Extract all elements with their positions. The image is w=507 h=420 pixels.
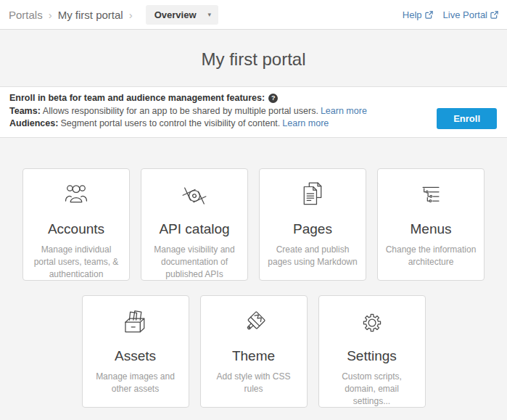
beta-banner: Enroll in beta for team and audience man…: [0, 86, 507, 138]
card-title: Assets: [115, 348, 156, 364]
beta-banner-heading: Enroll in beta for team and audience man…: [9, 92, 367, 105]
archive-box-icon: [118, 305, 154, 341]
breadcrumb: Portals › My first portal › Overview ▾: [9, 5, 218, 25]
card-title: Accounts: [48, 221, 104, 237]
card-api-catalog[interactable]: API catalog Manage visibility and docume…: [141, 168, 248, 281]
live-portal-link[interactable]: Live Portal: [443, 9, 498, 20]
audiences-text: Segment portal users to control the visi…: [60, 118, 280, 128]
card-description: Add style with CSS rules: [201, 371, 307, 395]
beta-banner-text: Enroll in beta for team and audience man…: [9, 92, 367, 131]
view-selector-value: Overview: [154, 9, 197, 20]
card-description: Create and publish pages using Markdown: [260, 244, 366, 268]
card-assets[interactable]: Assets Manage images and other assets: [82, 295, 189, 408]
breadcrumb-portal-name[interactable]: My first portal: [58, 9, 123, 21]
breadcrumb-chevron-icon: ›: [43, 9, 58, 21]
audiences-learn-more-link[interactable]: Learn more: [282, 118, 329, 128]
card-description: Change the information architecture: [378, 244, 484, 268]
card-settings[interactable]: Settings Custom scripts, domain, email s…: [318, 295, 426, 408]
paint-brush-icon: [236, 305, 272, 341]
live-portal-link-label: Live Portal: [443, 9, 487, 20]
external-link-icon: [425, 11, 433, 19]
help-link-label: Help: [403, 9, 422, 20]
card-description: Custom scripts, domain, email settings..…: [319, 371, 425, 408]
breadcrumb-portals-link[interactable]: Portals: [9, 9, 43, 21]
beta-banner-line-audiences: Audiences:Segment portal users to contro…: [9, 118, 367, 131]
page-title: My first portal: [0, 30, 507, 70]
cards-row-2: Assets Manage images and other assets Th…: [0, 295, 507, 408]
card-title: Menus: [410, 221, 451, 237]
gear-icon: [354, 305, 390, 341]
documents-icon: [294, 178, 331, 214]
card-title: Pages: [293, 221, 332, 237]
enroll-button[interactable]: Enroll: [437, 108, 497, 129]
top-bar: Portals › My first portal › Overview ▾ H…: [0, 0, 507, 30]
beta-banner-heading-label: Enroll in beta for team and audience man…: [9, 92, 265, 105]
card-theme[interactable]: Theme Add style with CSS rules: [200, 295, 308, 408]
card-title: API catalog: [159, 221, 229, 237]
card-accounts[interactable]: Accounts Manage individual portal users,…: [22, 168, 130, 281]
cards-row-1: Accounts Manage individual portal users,…: [0, 168, 507, 281]
card-title: Theme: [232, 348, 275, 364]
teams-learn-more-link[interactable]: Learn more: [321, 106, 367, 116]
card-pages[interactable]: Pages Create and publish pages using Mar…: [259, 168, 366, 281]
help-tooltip-icon[interactable]: ?: [268, 94, 278, 103]
teams-term: Teams:: [9, 106, 41, 116]
view-selector-dropdown[interactable]: Overview ▾: [146, 5, 218, 25]
card-description: Manage individual portal users, teams, &…: [23, 244, 129, 281]
tree-list-icon: [413, 178, 449, 214]
card-title: Settings: [347, 348, 397, 364]
beta-banner-line-teams: Teams:Allows responsibility for an app t…: [9, 105, 367, 118]
top-links: Help Live Portal: [403, 9, 498, 20]
people-icon: [58, 178, 94, 214]
teams-text: Allows responsibility for an app to be s…: [43, 106, 318, 116]
breadcrumb-chevron-icon: ›: [123, 9, 139, 21]
help-link[interactable]: Help: [403, 9, 433, 20]
external-link-icon: [490, 11, 498, 19]
card-description: Manage images and other assets: [83, 371, 189, 395]
card-description: Manage visibility and documentation of p…: [141, 244, 247, 281]
card-menus[interactable]: Menus Change the information architectur…: [377, 168, 485, 281]
audiences-term: Audiences:: [9, 118, 58, 128]
chevron-down-icon: ▾: [208, 11, 212, 18]
aperture-icon: [176, 178, 213, 214]
